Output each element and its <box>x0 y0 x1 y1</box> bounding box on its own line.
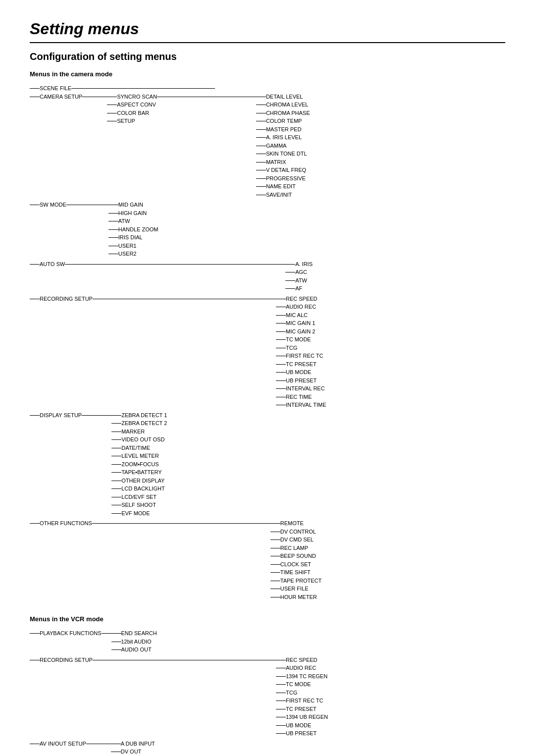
other-functions-row: OTHER FUNCTIONS REMOTE DV CONTROL DV CMD… <box>30 520 505 601</box>
setup: SETUP <box>107 117 157 125</box>
rec-speed: REC SPEED <box>276 295 326 303</box>
ub-preset: UB PRESET <box>276 377 326 384</box>
vcr-first-rec-tc: FIRST REC TC <box>276 697 328 704</box>
end-search: END SEARCH <box>111 630 157 637</box>
ub-regen-1394: 1394 UB REGEN <box>276 713 328 721</box>
vcr-tc-preset: TC PRESET <box>276 705 328 713</box>
sw-mode-label: SW MODE <box>40 201 66 209</box>
camera-setup-right: DETAIL LEVEL CHROMA LEVEL CHROMA PHASE C… <box>256 93 310 200</box>
tc-regen-1394: 1394 TC REGEN <box>276 673 328 680</box>
vcr-ub-mode: UB MODE <box>276 722 328 729</box>
display-setup-group: DISPLAY SETUP ZEBRA DETECT 1 ZEBRA DETEC… <box>30 412 505 518</box>
mic-gain-2: MIC GAIN 2 <box>276 328 326 335</box>
iris-dial: IRIS DIAL <box>108 234 159 241</box>
lcd-evf-set: LCD/EVF SET <box>111 493 167 501</box>
rec-lamp: REC LAMP <box>270 544 322 552</box>
camera-mode-heading: Menus in the camera mode <box>30 70 505 78</box>
camera-setup-label: CAMERA SETUP <box>40 93 82 101</box>
page-title: Setting menus <box>30 20 505 43</box>
scene-file-line <box>30 88 40 89</box>
vcr-tcg: TCG <box>276 689 328 697</box>
sw-mode-children: MID GAIN HIGH GAIN ATW HANDLE ZOOM IRIS … <box>108 201 159 259</box>
audio-rec: AUDIO REC <box>276 303 326 311</box>
display-setup-children: ZEBRA DETECT 1 ZEBRA DETECT 2 MARKER VID… <box>111 412 167 518</box>
chroma-phase: CHROMA PHASE <box>256 109 310 117</box>
evf-mode: EVF MODE <box>111 510 167 517</box>
hour-meter: HOUR METER <box>270 594 322 601</box>
av-inout-row: AV IN/OUT SETUP A DUB INPUT DV OUT <box>30 740 505 756</box>
recording-setup-group: RECORDING SETUP REC SPEED AUDIO REC MIC … <box>30 295 505 410</box>
display-setup-label: DISPLAY SETUP <box>40 412 82 419</box>
vcr-mode-heading: Menus in the VCR mode <box>30 615 505 623</box>
av-inout-label: AV IN/OUT SETUP <box>40 740 86 748</box>
av-inout-children: A DUB INPUT DV OUT <box>111 740 155 756</box>
zoom-focus: ZOOM•FOCUS <box>111 461 167 468</box>
name-edit: NAME EDIT <box>256 183 310 190</box>
zebra-detect-1: ZEBRA DETECT 1 <box>111 412 167 419</box>
remote: REMOTE <box>270 520 322 527</box>
auto-sw-row: AUTO SW A. IRIS AGC ATW AF <box>30 261 505 293</box>
ub-mode: UB MODE <box>276 369 326 376</box>
atw-auto: ATW <box>285 277 313 284</box>
master-ped: MASTER PED <box>256 126 310 133</box>
user1: USER1 <box>108 242 159 250</box>
scene-file-row: SCENE FILE <box>30 85 505 92</box>
scene-file-label: SCENE FILE <box>40 85 71 92</box>
save-init: SAVE/INIT <box>256 191 310 199</box>
first-rec-tc: FIRST REC TC <box>276 352 326 360</box>
zebra-detect-2: ZEBRA DETECT 2 <box>111 420 167 427</box>
level-meter: LEVEL METER <box>111 452 167 460</box>
v-detail-freq: V DETAIL FREQ <box>256 166 310 174</box>
camera-setup-row: CAMERA SETUP SYNCRO SCAN ASPECT CONV COL… <box>30 93 505 200</box>
camera-setup-children: SYNCRO SCAN ASPECT CONV COLOR BAR SETUP <box>107 93 157 126</box>
mic-alc: MIC ALC <box>276 312 326 319</box>
auto-sw-group: AUTO SW A. IRIS AGC ATW AF <box>30 261 505 293</box>
tape-battery: TAPE•BATTERY <box>111 469 167 476</box>
time-shift: TIME SHIFT <box>270 569 322 576</box>
dv-cmd-sel: DV CMD SEL <box>270 536 322 543</box>
tcg: TCG <box>276 344 326 352</box>
recording-setup-row: RECORDING SETUP REC SPEED AUDIO REC MIC … <box>30 295 505 410</box>
interval-time: INTERVAL TIME <box>276 401 326 409</box>
section-title: Configuration of setting menus <box>30 51 505 62</box>
detail-level: DETAIL LEVEL <box>256 93 310 101</box>
recording-setup-right: REC SPEED AUDIO REC MIC ALC MIC GAIN 1 M… <box>276 295 326 410</box>
recording-setup-label: RECORDING SETUP <box>40 295 93 303</box>
auto-sw-label: AUTO SW <box>40 261 65 268</box>
chroma-level: CHROMA LEVEL <box>256 101 310 108</box>
date-time: DATE/TIME <box>111 444 167 452</box>
dv-control: DV CONTROL <box>270 528 322 536</box>
other-functions-right: REMOTE DV CONTROL DV CMD SEL REC LAMP BE… <box>270 520 322 601</box>
sw-mode-row: SW MODE MID GAIN HIGH GAIN ATW HANDLE ZO… <box>30 201 505 259</box>
mic-gain-1: MIC GAIN 1 <box>276 320 326 327</box>
vcr-recording-setup-row: RECORDING SETUP REC SPEED AUDIO REC 1394… <box>30 656 505 738</box>
display-setup-row: DISPLAY SETUP ZEBRA DETECT 1 ZEBRA DETEC… <box>30 412 505 518</box>
tape-protect: TAPE PROTECT <box>270 577 322 585</box>
color-bar: COLOR BAR <box>107 109 157 117</box>
color-temp: COLOR TEMP <box>256 117 310 125</box>
a-iris-level: A. IRIS LEVEL <box>256 134 310 141</box>
playback-functions-children: END SEARCH 12bit AUDIO AUDIO OUT <box>111 630 157 654</box>
high-gain: HIGH GAIN <box>108 210 159 217</box>
vcr-mode-diagram: PLAYBACK FUNCTIONS END SEARCH 12bit AUDI… <box>30 630 505 756</box>
scene-file-ext-line <box>71 88 215 89</box>
other-functions-label: OTHER FUNCTIONS <box>40 520 92 527</box>
tc-preset: TC PRESET <box>276 361 326 368</box>
vcr-recording-setup-group: RECORDING SETUP REC SPEED AUDIO REC 1394… <box>30 656 505 738</box>
clock-set: CLOCK SET <box>270 561 322 568</box>
vcr-ub-preset: UB PRESET <box>276 730 328 737</box>
interval-rec: INTERVAL REC <box>276 385 326 392</box>
skin-tone-dtl: SKIN TONE DTL <box>256 150 310 158</box>
playback-functions-label: PLAYBACK FUNCTIONS <box>40 630 102 637</box>
marker: MARKER <box>111 428 167 435</box>
av-inout-group: AV IN/OUT SETUP A DUB INPUT DV OUT <box>30 740 505 756</box>
beep-sound: BEEP SOUND <box>270 552 322 560</box>
other-display: OTHER DISPLAY <box>111 477 167 485</box>
gamma: GAMMA <box>256 142 310 150</box>
agc: AGC <box>285 269 313 276</box>
vcr-recording-setup-right: REC SPEED AUDIO REC 1394 TC REGEN TC MOD… <box>276 656 328 738</box>
user2: USER2 <box>108 250 159 258</box>
tc-mode: TC MODE <box>276 336 326 343</box>
self-shoot: SELF SHOOT <box>111 501 167 509</box>
vcr-recording-setup-label: RECORDING SETUP <box>40 656 93 664</box>
